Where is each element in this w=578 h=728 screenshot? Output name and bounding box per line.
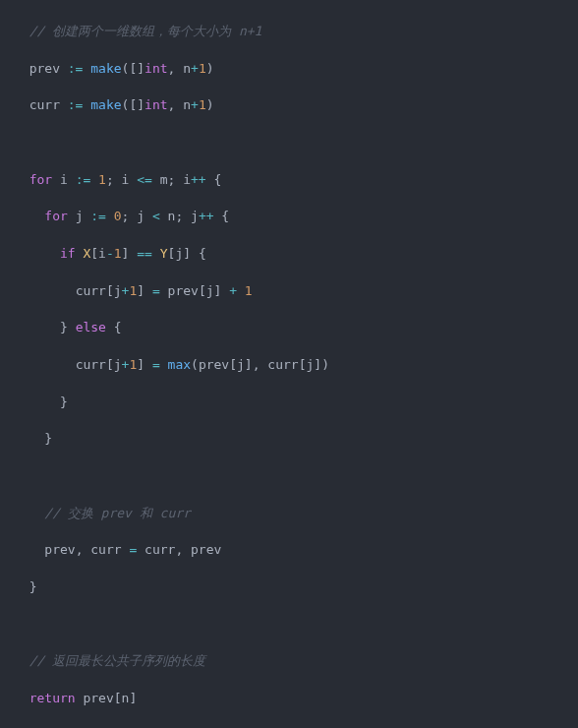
comment: // 创建两个一维数组，每个大小为 n+1 [29,24,262,38]
code-line [14,134,564,152]
code-line: curr := make([]int, n+1) [14,96,564,115]
code-line: if X[i-1] == Y[j] { [14,245,564,264]
code-line: for j := 0; j < n; j++ { [14,208,564,226]
code-line: for i := 1; i <= m; i++ { [14,171,564,190]
code-line [14,467,564,486]
comment: // 交换 prev 和 curr [44,506,191,520]
code-line: } else { [14,319,564,337]
code-line: return prev[n] [14,690,564,708]
code-line [14,616,564,635]
code-block: // 创建两个一维数组，每个大小为 n+1 prev := make([]int… [0,0,578,728]
code-line: curr[j+1] = max(prev[j], curr[j]) [14,356,564,375]
code-line: // 创建两个一维数组，每个大小为 n+1 [14,23,564,41]
code-line: curr[j+1] = prev[j] + 1 [14,282,564,301]
code-line: // 交换 prev 和 curr [14,505,564,523]
code-line: prev, curr = curr, prev [14,541,564,560]
code-line: } [14,578,564,597]
comment: // 返回最长公共子序列的长度 [29,653,205,668]
code-line: } [14,394,564,412]
code-line: // 返回最长公共子序列的长度 [14,652,564,671]
code-line: prev := make([]int, n+1) [14,60,564,79]
code-line: } [14,430,564,449]
